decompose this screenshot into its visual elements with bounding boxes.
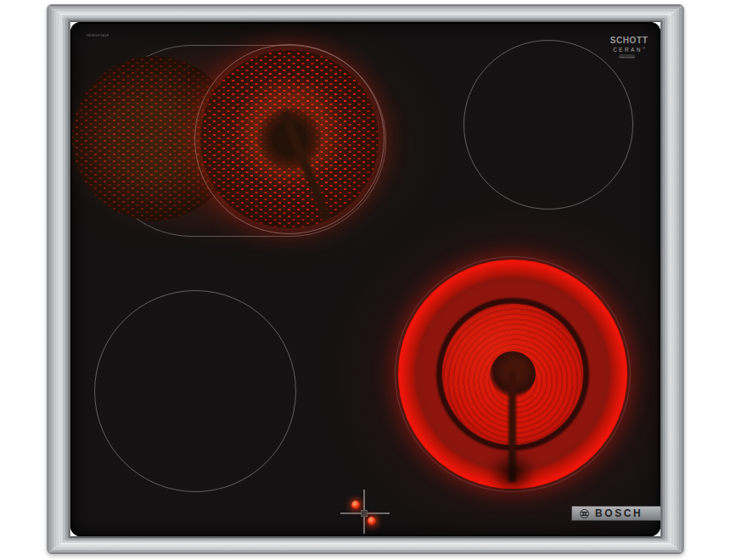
- schott-logo-line1: SCHOTT: [598, 36, 660, 46]
- fine-print-text: Made in Germany: [619, 55, 635, 57]
- residual-heat-dot-left: [351, 501, 360, 509]
- frame-edge-right: [660, 4, 684, 554]
- zone-bottom-left-outline: [94, 290, 296, 492]
- bosch-wordmark: BOSCH: [595, 508, 643, 518]
- fine-print-badge: Made in Germany: [619, 54, 635, 59]
- zone-top-right-outline: [463, 40, 633, 210]
- cross-mark-center: [361, 510, 368, 517]
- schott-logo-line2: CERAN®: [598, 47, 660, 53]
- bottom-right-terminal-shadow: [488, 451, 537, 495]
- bosch-armature-icon: [579, 508, 590, 519]
- residual-heat-dot-right: [368, 517, 376, 525]
- frame-edge-left: [47, 4, 70, 554]
- dual-zone-right-element: [200, 50, 379, 228]
- schott-ceran-logo: SCHOTT CERAN®: [598, 36, 660, 53]
- cooktop-steel-frame: NKN645GA2E SCHOTT CERAN® Made in Germany: [47, 4, 684, 554]
- registered-mark: ®: [643, 46, 645, 50]
- model-print: NKN645GA2E: [87, 34, 109, 37]
- ceramic-glass-surface: NKN645GA2E SCHOTT CERAN® Made in Germany: [70, 22, 660, 536]
- frame-edge-top: [47, 4, 684, 22]
- frame-edge-bottom: [47, 536, 684, 554]
- bosch-badge: BOSCH: [571, 506, 660, 521]
